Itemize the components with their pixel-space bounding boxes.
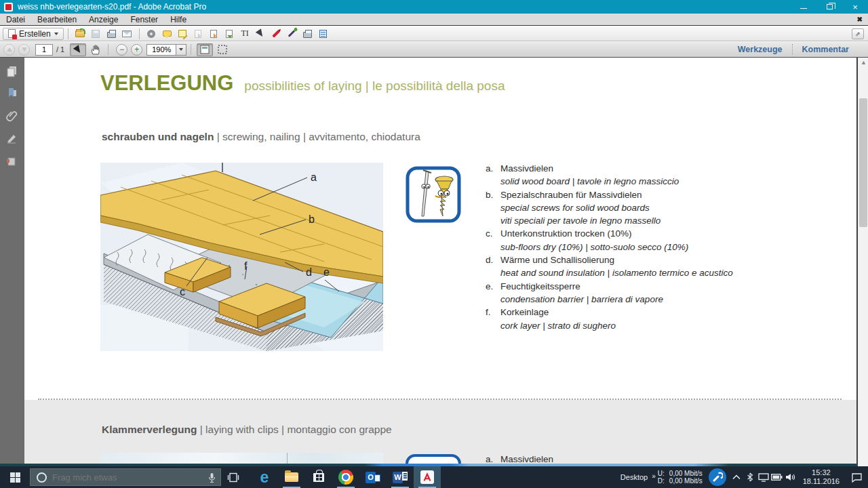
- tray-date: 18.11.2016: [803, 477, 840, 486]
- list-item: e. Feuchtigkeitssperre condensation barr…: [486, 280, 733, 306]
- kommentar-link[interactable]: Kommentar: [793, 45, 859, 54]
- show-hidden-icons-button[interactable]: [730, 466, 743, 488]
- zoom-out-button[interactable]: −: [116, 44, 127, 56]
- signature-pen-icon: [288, 30, 296, 37]
- edge-icon: e: [260, 470, 269, 485]
- scrolling-mode-button[interactable]: [197, 43, 213, 56]
- menu-anzeige[interactable]: Anzeige: [83, 14, 124, 25]
- bookmark-icon: [7, 87, 18, 100]
- werkzeuge-link[interactable]: Werkzeuge: [728, 45, 792, 54]
- layers-button[interactable]: [5, 154, 19, 167]
- sign-button[interactable]: [286, 28, 298, 39]
- start-button[interactable]: [0, 466, 30, 488]
- document-area: VERLEGUNG possibilities of laying | le p…: [0, 58, 868, 466]
- speaker-icon: [785, 472, 795, 482]
- create-pdf-button[interactable]: Erstellen: [3, 28, 64, 40]
- customize-toolbar-button[interactable]: ⇗: [852, 28, 864, 39]
- fullscreen-mode-button[interactable]: [214, 43, 231, 56]
- bookmarks-button[interactable]: [5, 87, 19, 100]
- taskbar-explorer-button[interactable]: [278, 466, 305, 488]
- battery-tray-icon[interactable]: [770, 466, 784, 488]
- page-thumbnails-button[interactable]: [5, 64, 19, 78]
- label-c: c: [180, 286, 185, 298]
- attachments-button[interactable]: [5, 109, 19, 123]
- annotate-button[interactable]: [177, 28, 189, 39]
- vertical-scrollbar[interactable]: ▲: [856, 58, 868, 466]
- arrow-up-icon: [7, 47, 12, 52]
- taskbar-search[interactable]: [30, 468, 221, 486]
- chrome-icon: [338, 470, 353, 485]
- network-tray-icon[interactable]: [757, 466, 770, 488]
- network-speed-monitor[interactable]: U:0,00 Mbit/s D:0,00 Mbit/s: [658, 470, 703, 485]
- open-folder-icon: [75, 30, 85, 37]
- minimize-button[interactable]: [791, 0, 816, 14]
- network-tool-tray-icon[interactable]: [709, 468, 726, 486]
- desktop-toolbar-label[interactable]: Desktop: [618, 473, 650, 481]
- redact-button[interactable]: [271, 28, 282, 39]
- volume-tray-icon[interactable]: [784, 466, 797, 488]
- menu-datei[interactable]: Datei: [0, 14, 31, 25]
- list-item: c. Unterkonstruktion trocken (10%) sub-f…: [486, 227, 733, 253]
- taskbar-store-button[interactable]: [305, 466, 332, 488]
- clip-illustration-partial: [100, 453, 383, 464]
- screen: weiss nhb-verlegearten-s20.pdf - Adobe A…: [0, 0, 868, 488]
- zoom-dropdown-button[interactable]: [176, 44, 186, 56]
- windows-taskbar: e O W Desktop » U:0,00 Mbit/s D:0,00 Mbi…: [0, 466, 868, 488]
- organize-pages-button[interactable]: [317, 28, 329, 39]
- nail-screw-icon: [406, 166, 461, 223]
- hand-tool-button[interactable]: [87, 43, 104, 56]
- email-icon: [122, 30, 132, 37]
- action-center-button[interactable]: [845, 466, 868, 488]
- print-button[interactable]: [106, 28, 117, 39]
- list-item: b. Spezialschrauben für Massivdielen spe…: [486, 188, 733, 228]
- import-doc-button[interactable]: [224, 28, 235, 39]
- toolbar-chevrons[interactable]: »: [650, 472, 658, 482]
- acrobat-icon: [420, 470, 434, 484]
- main-toolbar: Erstellen TI ⇗: [0, 26, 868, 41]
- comment-button[interactable]: [161, 28, 173, 39]
- scrollbar-thumb[interactable]: [859, 98, 867, 227]
- menubar-close-icon[interactable]: ✖: [857, 16, 863, 23]
- edit-text-button[interactable]: TI: [239, 28, 251, 39]
- taskbar-edge-button[interactable]: e: [251, 466, 278, 488]
- search-input[interactable]: [52, 472, 195, 483]
- print-production-button[interactable]: [302, 28, 313, 39]
- label-d: d: [306, 266, 312, 278]
- microphone-icon[interactable]: [208, 472, 216, 483]
- menu-hilfe[interactable]: Hilfe: [164, 14, 193, 25]
- open-file-button[interactable]: [75, 28, 86, 39]
- scroll-up-icon[interactable]: ▲: [860, 59, 867, 66]
- toolbar-separator: [108, 44, 108, 55]
- doc-gray-arrow-icon: [195, 30, 201, 38]
- taskbar-chrome-button[interactable]: [332, 466, 359, 488]
- restore-button[interactable]: [816, 0, 842, 14]
- task-view-button[interactable]: [221, 466, 245, 488]
- taskbar-word-button[interactable]: W: [387, 466, 414, 488]
- select-tool-button[interactable]: [70, 43, 86, 56]
- clock[interactable]: 15:32 18.11.2016: [797, 468, 845, 486]
- cortana-icon: [37, 472, 47, 483]
- page-thumbnails-icon: [6, 65, 18, 77]
- signatures-button[interactable]: [5, 131, 19, 145]
- close-button[interactable]: ×: [842, 0, 868, 14]
- page-number-input[interactable]: [35, 44, 53, 56]
- export-doc-button: [193, 28, 204, 39]
- windows-store-icon: [313, 473, 324, 482]
- section2-heading-rest: | laying with clips | montaggio con grap…: [200, 424, 392, 435]
- convert-doc-button[interactable]: [208, 28, 220, 39]
- create-pdf-icon: [8, 29, 16, 38]
- email-button[interactable]: [121, 28, 133, 39]
- menu-bearbeiten[interactable]: Bearbeiten: [31, 14, 83, 25]
- zoom-level-input[interactable]: [146, 44, 176, 56]
- navigation-toolbar: / 1 − + Werkzeuge Kommentar: [0, 42, 868, 58]
- menu-fenster[interactable]: Fenster: [124, 14, 164, 25]
- taskbar-acrobat-button[interactable]: [414, 466, 441, 488]
- settings-button[interactable]: [146, 28, 157, 39]
- zoom-in-button[interactable]: +: [131, 44, 142, 56]
- select-object-button[interactable]: [255, 28, 267, 39]
- word-icon: W: [393, 472, 408, 483]
- file-explorer-icon: [285, 472, 298, 482]
- minus-icon: −: [119, 45, 124, 54]
- taskbar-outlook-button[interactable]: O: [359, 466, 387, 488]
- bluetooth-tray-icon[interactable]: [743, 466, 757, 488]
